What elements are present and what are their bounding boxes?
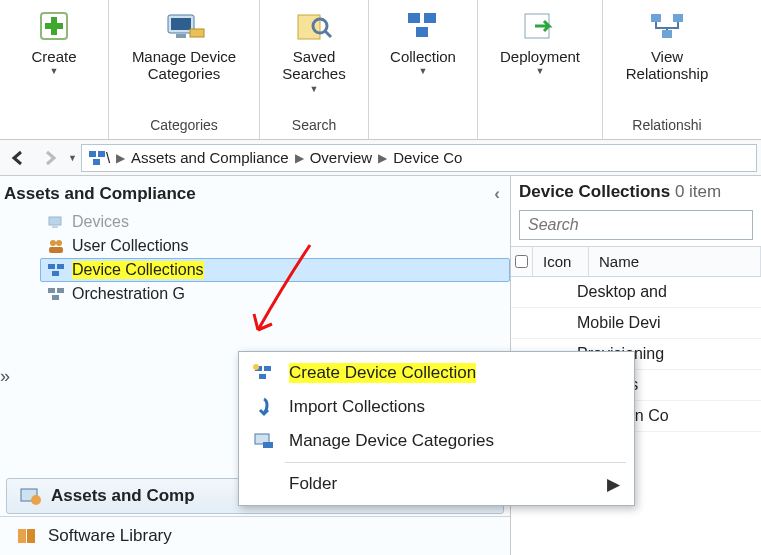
manage-categories-icon xyxy=(251,430,277,452)
list-item[interactable]: Desktop and xyxy=(511,277,761,308)
breadcrumb-segment[interactable]: Device Co xyxy=(393,149,462,166)
tree-item-label: User Collections xyxy=(72,237,188,255)
svg-rect-6 xyxy=(190,29,204,37)
menu-separator xyxy=(285,462,626,463)
create-icon xyxy=(32,8,76,44)
svg-rect-36 xyxy=(264,366,271,371)
select-all-checkbox[interactable] xyxy=(511,247,533,276)
chevron-right-icon: ▶ xyxy=(372,151,393,165)
saved-searches-button[interactable]: Saved Searches ▼ xyxy=(270,6,358,94)
manage-device-categories-button[interactable]: Manage Device Categories xyxy=(119,6,249,83)
software-library-icon xyxy=(16,525,40,547)
relationships-icon xyxy=(645,8,689,44)
breadcrumb-segment[interactable]: Overview xyxy=(310,149,373,166)
collection-button[interactable]: Collection ▼ xyxy=(379,6,467,77)
menu-manage-device-categories[interactable]: Manage Device Categories xyxy=(241,424,632,458)
ribbon-group-categories: Categories xyxy=(150,114,218,139)
create-button[interactable]: Create ▼ xyxy=(10,6,98,77)
menu-item-label: Folder xyxy=(289,474,337,494)
menu-item-label: Manage Device Categories xyxy=(289,431,494,451)
svg-rect-12 xyxy=(416,27,428,37)
svg-rect-19 xyxy=(93,159,100,165)
manage-device-categories-label: Manage Device Categories xyxy=(119,48,249,83)
ribbon-group-label xyxy=(538,114,542,139)
svg-rect-27 xyxy=(52,271,59,276)
svg-rect-2 xyxy=(45,23,63,29)
search-box xyxy=(519,210,753,240)
row-name: Mobile Devi xyxy=(567,308,671,338)
svg-rect-28 xyxy=(48,288,55,293)
chevron-right-icon: ▶ xyxy=(289,151,310,165)
chevron-down-icon[interactable]: ▼ xyxy=(68,153,77,163)
svg-rect-11 xyxy=(424,13,436,23)
chevron-down-icon: ▼ xyxy=(310,84,319,94)
content-title-text: Device Collections xyxy=(519,182,670,201)
svg-rect-4 xyxy=(171,18,191,30)
tree-item-devices[interactable]: Devices xyxy=(40,210,510,234)
tree-item-user-collections[interactable]: User Collections xyxy=(40,234,510,258)
tree-item-device-collections[interactable]: Device Collections xyxy=(40,258,510,282)
ribbon-group-relationships: Relationshi xyxy=(632,114,701,139)
nav-pane-title: Assets and Compliance xyxy=(4,184,196,204)
menu-import-collections[interactable]: Import Collections xyxy=(241,390,632,424)
svg-line-9 xyxy=(325,31,331,37)
svg-point-38 xyxy=(253,364,259,370)
nav-forward-button[interactable] xyxy=(36,144,64,172)
svg-rect-29 xyxy=(57,288,64,293)
tree-item-label: Devices xyxy=(72,213,129,231)
column-header-icon[interactable]: Icon xyxy=(533,247,589,276)
nav-pane-header: Assets and Compliance ‹ xyxy=(0,176,510,210)
nav-tree: Devices User Collections Device Collecti… xyxy=(0,210,510,306)
menu-folder[interactable]: Folder ▶ xyxy=(241,467,632,501)
workspace-label: Assets and Comp xyxy=(51,486,195,506)
svg-rect-33 xyxy=(18,529,26,543)
chevron-down-icon: ▼ xyxy=(50,66,59,76)
context-menu: Create Device Collection Import Collecti… xyxy=(238,351,635,506)
expand-chevrons-icon[interactable]: » xyxy=(0,366,10,387)
deployment-button[interactable]: Deployment ▼ xyxy=(488,6,592,77)
svg-rect-34 xyxy=(27,529,35,543)
breadcrumb[interactable]: \ ▶ Assets and Compliance ▶ Overview ▶ D… xyxy=(81,144,757,172)
tree-item-label: Device Collections xyxy=(72,261,204,279)
breadcrumb-segment[interactable]: Assets and Compliance xyxy=(131,149,289,166)
svg-point-32 xyxy=(31,495,41,505)
breadcrumb-bar: ▼ \ ▶ Assets and Compliance ▶ Overview ▶… xyxy=(0,140,761,176)
deployment-icon xyxy=(518,8,562,44)
user-collections-icon xyxy=(46,237,66,255)
tree-item-label: Orchestration G xyxy=(72,285,185,303)
collection-label: Collection xyxy=(390,48,456,65)
view-relationships-button[interactable]: View Relationship xyxy=(613,6,721,83)
svg-rect-16 xyxy=(662,30,672,38)
svg-rect-18 xyxy=(98,151,105,157)
svg-rect-15 xyxy=(673,14,683,22)
ribbon-group-search: Search xyxy=(292,114,336,139)
saved-searches-label: Saved Searches xyxy=(270,48,358,83)
svg-rect-40 xyxy=(263,442,273,448)
row-name: Desktop and xyxy=(567,277,677,307)
saved-search-icon xyxy=(292,8,336,44)
device-collections-icon xyxy=(46,261,66,279)
folder-icon xyxy=(251,473,277,495)
ribbon: Create ▼ Manage Device Categories Catego… xyxy=(0,0,761,140)
workspace-label: Software Library xyxy=(48,526,172,546)
svg-rect-37 xyxy=(259,374,266,379)
search-input[interactable] xyxy=(519,210,753,240)
collapse-pane-button[interactable]: ‹ xyxy=(494,184,500,204)
assets-compliance-icon xyxy=(19,485,43,507)
column-headers: Icon Name xyxy=(511,246,761,277)
nav-back-button[interactable] xyxy=(4,144,32,172)
chevron-down-icon: ▼ xyxy=(419,66,428,76)
deployment-label: Deployment xyxy=(500,48,580,65)
svg-rect-14 xyxy=(651,14,661,22)
new-collection-icon xyxy=(251,362,277,384)
chevron-right-icon: ▶ xyxy=(110,151,131,165)
content-count: 0 item xyxy=(675,182,721,201)
column-header-name[interactable]: Name xyxy=(589,247,761,276)
svg-rect-30 xyxy=(52,295,59,300)
submenu-arrow-icon: ▶ xyxy=(607,474,620,495)
workspace-software-library[interactable]: Software Library xyxy=(0,516,510,555)
menu-item-label: Import Collections xyxy=(289,397,425,417)
menu-create-device-collection[interactable]: Create Device Collection xyxy=(241,356,632,390)
tree-item-orchestration[interactable]: Orchestration G xyxy=(40,282,510,306)
list-item[interactable]: Mobile Devi xyxy=(511,308,761,339)
